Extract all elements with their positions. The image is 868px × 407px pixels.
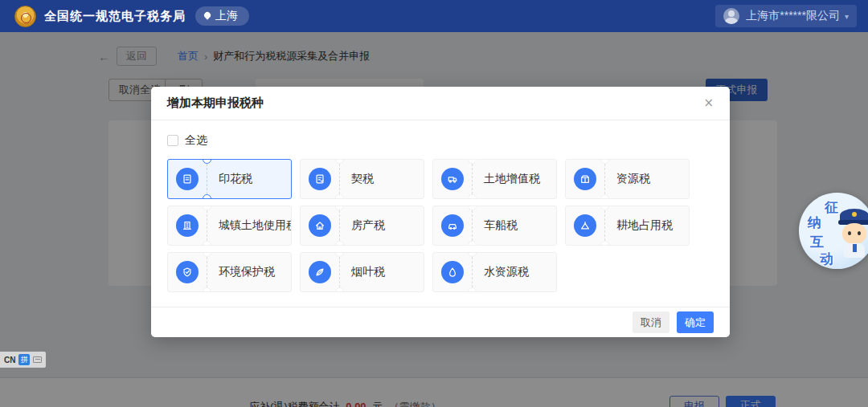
tax-interaction-badge[interactable]: 征 纳 互 动 [799, 193, 868, 269]
tobacco-leaf-tax-icon [309, 261, 331, 283]
tax-label: 水资源税 [484, 265, 529, 279]
confirm-button[interactable]: 确定 [677, 311, 714, 333]
location-selector[interactable]: 上海 [195, 6, 249, 26]
environmental-protection-tax-icon [176, 261, 199, 283]
tax-card-water-resource-tax[interactable]: 水资源税 [432, 252, 557, 292]
keyboard-icon [33, 356, 42, 363]
user-avatar-icon [723, 8, 739, 24]
select-all-label: 全选 [185, 133, 207, 148]
tax-label: 资源税 [616, 172, 650, 186]
badge-char: 纳 [808, 214, 821, 232]
tax-card-tobacco-leaf-tax[interactable]: 烟叶税 [300, 252, 424, 292]
tax-label: 烟叶税 [351, 265, 385, 279]
tax-card-property-tax[interactable]: 房产税 [300, 206, 424, 246]
tax-card-farmland-occupation-tax[interactable]: 耕地占用税 [565, 206, 690, 246]
tax-card-vehicle-vessel-tax[interactable]: 车船税 [432, 206, 557, 246]
ime-language-label: CN [4, 356, 15, 364]
tax-label: 城镇土地使用税 [219, 218, 292, 233]
tax-card-urban-land-use-tax[interactable]: 城镇土地使用税 [167, 206, 292, 246]
land-appreciation-tax-icon [441, 168, 464, 190]
tax-type-grid: 印花税 契税 土地增值税 资源税 [167, 159, 714, 292]
tax-label: 耕地占用税 [616, 218, 673, 233]
chevron-down-icon: ▾ [845, 12, 849, 21]
tax-card-deed-tax[interactable]: 契税 [300, 159, 424, 199]
tax-card-resource-tax[interactable]: 资源税 [565, 159, 690, 199]
dialog-header: 增加本期申报税种 × [151, 87, 730, 120]
dialog-body: 全选 印花税 契税 土地增值 [151, 120, 730, 292]
water-resource-tax-icon [441, 261, 464, 283]
company-name: 上海市******限公司 [746, 9, 840, 23]
close-icon[interactable]: × [703, 97, 714, 109]
badge-char: 互 [810, 233, 824, 251]
app-title: 全国统一规范电子税务局 [44, 9, 186, 24]
location-label: 上海 [215, 9, 238, 23]
property-tax-icon [309, 214, 331, 237]
tax-bureau-logo-icon [14, 6, 36, 27]
cancel-button[interactable]: 取消 [633, 311, 669, 333]
vehicle-vessel-tax-icon [441, 214, 464, 237]
tax-card-stamp-tax[interactable]: 印花税 [167, 159, 292, 199]
badge-char: 动 [820, 250, 833, 268]
user-menu[interactable]: 上海市******限公司 ▾ [715, 5, 857, 27]
pinyin-input-icon: 拼 [18, 354, 30, 365]
location-pin-icon [203, 12, 211, 20]
tax-card-land-appreciation-tax[interactable]: 土地增值税 [432, 159, 557, 199]
tax-label: 印花税 [219, 172, 252, 186]
resource-tax-icon [574, 168, 596, 190]
tax-label: 车船税 [484, 218, 518, 233]
stamp-tax-icon [176, 168, 199, 190]
tax-label: 环境保护税 [219, 265, 275, 279]
dialog-footer: 取消 确定 [151, 307, 730, 337]
tax-label: 契税 [351, 172, 374, 186]
tax-card-environmental-protection-tax[interactable]: 环境保护税 [167, 252, 292, 292]
tax-label: 房产税 [351, 218, 385, 233]
tax-label: 土地增值税 [484, 172, 540, 186]
select-all-row: 全选 [167, 133, 714, 148]
ime-indicator[interactable]: CN 拼 [0, 352, 46, 368]
select-all-checkbox[interactable] [167, 135, 178, 146]
tax-officer-mascot-icon [837, 209, 868, 263]
urban-land-use-tax-icon [176, 214, 199, 237]
dialog-title: 增加本期申报税种 [167, 96, 264, 111]
farmland-occupation-tax-icon [574, 214, 596, 237]
top-bar: 全国统一规范电子税务局 上海 上海市******限公司 ▾ [0, 0, 868, 32]
add-tax-types-dialog: 增加本期申报税种 × 全选 印花税 契税 [151, 87, 730, 337]
deed-tax-icon [309, 168, 331, 190]
